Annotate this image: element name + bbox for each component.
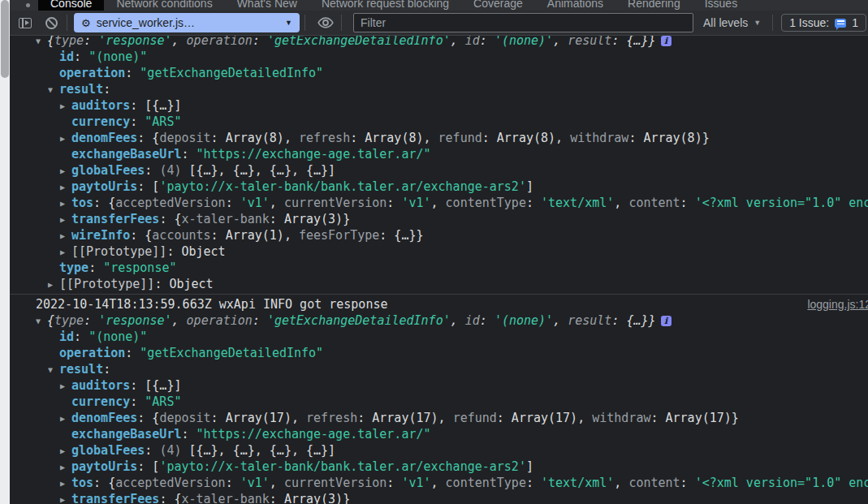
object-key: result [59, 82, 103, 97]
disclosure-triangle-closed[interactable]: ▶ [48, 277, 59, 293]
object-text: : [611, 313, 626, 328]
eye-icon [317, 17, 334, 28]
disclosure-triangle-closed[interactable]: ▶ [60, 228, 71, 244]
object-text: : Array(17), [211, 411, 306, 425]
object-text: : [680, 476, 695, 490]
string-value: "ARS" [145, 114, 181, 129]
object-text: , [553, 36, 568, 48]
clear-console-button[interactable] [41, 12, 62, 33]
object-key: paytoUris [71, 179, 137, 194]
tab-issues[interactable]: Issues [693, 0, 749, 11]
sidebar-toggle-icon [19, 18, 32, 28]
tab-coverage[interactable]: Coverage [461, 0, 535, 11]
object-key: auditors [71, 98, 130, 113]
disclosure-triangle-closed[interactable]: ▶ [60, 244, 71, 261]
object-text: : { [159, 212, 181, 226]
preview-key: deposit [159, 411, 210, 425]
disclosure-triangle-open[interactable]: ▼ [36, 313, 47, 330]
object-text: : [84, 36, 98, 48]
disclosure-triangle-closed[interactable]: ▶ [60, 378, 71, 394]
object-text: : Array(3)} [270, 492, 350, 504]
object-text: : Array(8), [211, 131, 299, 145]
disclosure-triangle-closed[interactable]: ▶ [60, 196, 71, 212]
object-text: , [270, 476, 284, 490]
disclosure-triangle-closed[interactable]: ▶ [60, 459, 71, 476]
js-context-selector[interactable]: ⚙ service_worker.js… ▼ [74, 13, 300, 32]
object-text: : [{…}] [130, 378, 181, 393]
source-link[interactable]: logging.js:12 [807, 296, 868, 312]
preview-key: result [568, 313, 611, 328]
disclosure-triangle-closed[interactable]: ▶ [60, 98, 71, 114]
object-key: type [59, 261, 89, 275]
object-text: : [611, 36, 626, 48]
object-text: : [526, 476, 541, 490]
log-level-label: All levels [703, 16, 748, 29]
preview-key: (4) [159, 163, 188, 178]
console-sidebar-toggle-button[interactable] [15, 12, 36, 33]
object-text: : Array(17), [357, 411, 452, 425]
disclosure-triangle-closed[interactable]: ▶ [60, 476, 71, 492]
disclosure-triangle-open[interactable]: ▼ [48, 82, 59, 98]
filter-input[interactable] [353, 13, 693, 32]
object-text: : Array(17), [497, 411, 592, 425]
page-scrollbar[interactable] [0, 0, 10, 504]
object-key: id [59, 50, 74, 64]
tab-rendering[interactable]: Rendering [615, 0, 693, 11]
object-key: transferFees [71, 212, 159, 226]
info-icon[interactable]: i [661, 316, 672, 326]
console-row: 2022-10-14T18:13:59.663Z wxApi INFO got … [10, 296, 868, 312]
object-text: : Object [166, 244, 225, 259]
object-text: : Array(8)} [628, 131, 709, 145]
tab-what-s-new[interactable]: What's New [225, 0, 309, 11]
tab-console[interactable]: Console [38, 0, 104, 11]
object-text: : [253, 36, 267, 48]
console-row: ▼{type: 'response', operation: 'getExcha… [10, 312, 868, 329]
preview-key: type [54, 36, 84, 48]
string-value: '(none)' [494, 36, 553, 48]
disclosure-triangle-closed[interactable]: ▶ [60, 411, 71, 427]
object-text: : [89, 261, 103, 275]
info-icon[interactable]: i [661, 36, 672, 46]
tab-label: Issues [705, 0, 737, 11]
tab-network-request-blocking[interactable]: Network request blocking [309, 0, 461, 11]
disclosure-triangle-closed[interactable]: ▶ [60, 212, 71, 228]
object-text: : [130, 114, 145, 129]
string-value: "getExchangeDetailedInfo" [140, 346, 323, 360]
preview-key: operation [187, 36, 253, 48]
console-row: currency: "ARS" [10, 114, 868, 130]
object-text: {…} [626, 313, 648, 328]
prototype-key: [[Prototype]] [59, 277, 154, 291]
disclosure-triangle-closed[interactable]: ▶ [60, 492, 71, 504]
disclosure-triangle-closed[interactable]: ▶ [60, 131, 71, 147]
devtools-panel: ConsoleNetwork conditionsWhat's NewNetwo… [10, 0, 868, 504]
object-key: result [59, 362, 103, 377]
disclosure-triangle-closed[interactable]: ▶ [60, 179, 71, 196]
scrollbar-thumb[interactable] [1, 0, 9, 78]
object-key: exchangeBaseUrl [71, 427, 181, 442]
console-row: ▶transferFees: {x-taler-bank: Array(3)} [10, 211, 868, 227]
object-key: denomFees [71, 411, 137, 425]
tab-bar: ConsoleNetwork conditionsWhat's NewNetwo… [10, 0, 868, 11]
preview-key: refresh [299, 131, 350, 145]
object-key: id [59, 330, 74, 344]
disclosure-triangle-closed[interactable]: ▶ [60, 443, 71, 459]
console-row: ▶wireInfo: {accounts: Array(1), feesForT… [10, 227, 868, 243]
issue-count: 1 [852, 16, 858, 29]
object-text: : [145, 443, 159, 458]
preview-key: currentVersion [284, 476, 386, 490]
live-expression-button[interactable] [315, 12, 336, 33]
console-toolbar: ⚙ service_worker.js… ▼ All levels ▼ 1 Is… [10, 11, 868, 36]
disclosure-triangle-open[interactable]: ▼ [48, 362, 59, 378]
object-text: , [614, 196, 628, 210]
issues-counter-button[interactable]: 1 Issue: 1 [781, 14, 866, 32]
log-level-selector[interactable]: All levels ▼ [703, 16, 761, 29]
tab-network-conditions[interactable]: Network conditions [104, 0, 224, 11]
disclosure-triangle-closed[interactable]: ▶ [60, 163, 71, 179]
disclosure-triangle-open[interactable]: ▼ [36, 36, 47, 50]
preview-key: accounts [152, 228, 210, 243]
object-key: exchangeBaseUrl [71, 147, 181, 162]
object-text: : [74, 330, 89, 344]
tab-animations[interactable]: Animations [535, 0, 615, 11]
tab-label: Console [50, 0, 92, 11]
object-text: , [451, 313, 465, 328]
